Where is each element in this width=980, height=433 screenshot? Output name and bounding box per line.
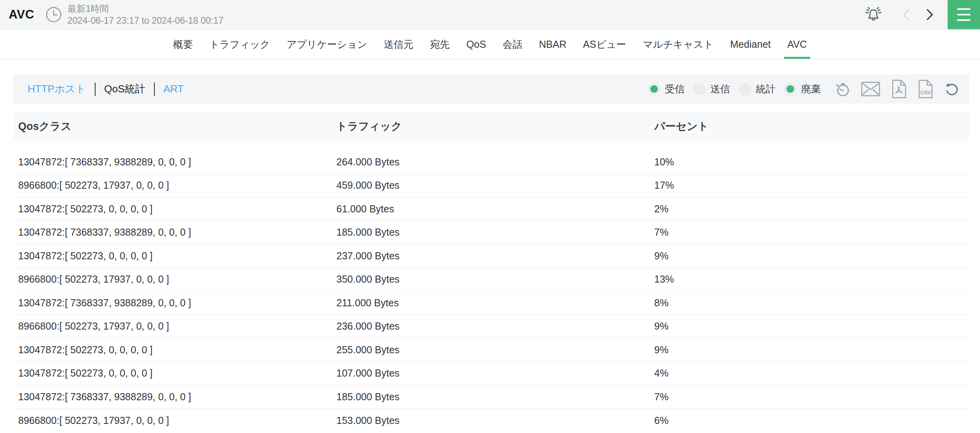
qos-class-cell: 13047872:[ 7368337, 9388289, 0, 0, 0 ] [18,227,336,238]
tab-conversation[interactable]: 会話 [494,30,531,59]
qos-class-column-header: Qosクラス [18,119,336,133]
qos-class-cell: 8966800:[ 502273, 17937, 0, 0, 0 ] [18,321,336,332]
traffic-cell: 185.000 Bytes [336,391,654,403]
time-range-value: 2024-06-17 23:17 to 2024-06-18 00:17 [68,15,223,26]
time-range-label: 最新1時間 [68,3,223,15]
top-bar-actions [864,0,980,29]
table-row: 13047872:[ 7368337, 9388289, 0, 0, 0 ]18… [13,221,969,245]
percent-cell: 13% [654,274,969,285]
hamburger-menu-button[interactable] [948,0,980,29]
table-row: 8966800:[ 502273, 17937, 0, 0, 0 ]459.00… [13,174,969,198]
metric-label: 受信 [665,82,685,96]
schedule-report-button[interactable] [834,81,851,97]
report-nav-tabs: 概要トラフィックアプリケーション送信元宛先QoS会話NBARASビューマルチキャ… [0,30,980,59]
traffic-cell: 185.000 Bytes [336,227,654,238]
email-icon [861,82,880,96]
traffic-cell: 264.000 Bytes [336,156,654,168]
view-qos-stats[interactable]: QoS統計 [104,82,145,96]
percent-cell: 9% [654,321,969,332]
metric-label: 統計 [756,82,775,96]
traffic-column-header: トラフィック [336,119,654,133]
export-pdf-button[interactable] [890,80,907,98]
view-http-host[interactable]: HTTPホスト [28,82,86,96]
metric-toggles: 受信送信統計廃棄 [648,82,821,96]
table-row: 8966800:[ 502273, 17937, 0, 0, 0 ]236.00… [13,315,969,339]
traffic-cell: 459.000 Bytes [336,180,654,191]
chevron-right-icon [921,6,937,23]
view-separator [154,82,155,96]
page-title: AVC [9,7,34,22]
percent-cell: 9% [654,344,969,356]
percent-cell: 9% [654,250,969,262]
time-period-button[interactable] [45,6,62,23]
percent-cell: 6% [654,415,969,426]
tab-destination[interactable]: 宛先 [422,30,458,59]
metric-send[interactable]: 送信 [693,82,730,96]
table-row: 13047872:[ 7368337, 9388289, 0, 0, 0 ]26… [13,150,969,174]
top-bar: AVC 最新1時間 2024-06-17 23:17 to 2024-06-18… [0,0,980,30]
next-button[interactable] [921,6,937,23]
clock-icon [45,6,62,23]
refresh-button[interactable] [943,81,960,97]
tab-source[interactable]: 送信元 [375,30,422,59]
qos-class-cell: 8966800:[ 502273, 17937, 0, 0, 0 ] [18,415,336,426]
previous-button[interactable] [899,6,915,23]
table-row: 13047872:[ 502273, 0, 0, 0, 0 ]237.000 B… [13,244,969,268]
export-csv-button[interactable]: CSV [917,80,933,98]
view-art[interactable]: ART [163,83,184,95]
tab-traffic[interactable]: トラフィック [201,30,278,59]
toolbar-right: 受信送信統計廃棄 [648,80,960,98]
qos-class-cell: 13047872:[ 502273, 0, 0, 0, 0 ] [18,250,336,262]
tab-as-view[interactable]: ASビュー [575,30,635,59]
table-row: 8966800:[ 502273, 17937, 0, 0, 0 ]153.00… [13,409,969,433]
report-toolbar: HTTPホストQoS統計ART 受信送信統計廃棄 [13,74,969,104]
email-report-button[interactable] [861,82,880,96]
radio-icon [693,83,705,95]
traffic-cell: 350.000 Bytes [336,274,654,285]
tab-qos[interactable]: QoS [458,30,494,59]
metric-label: 送信 [710,82,730,96]
radio-icon [784,83,796,95]
hamburger-icon [957,8,971,10]
tab-application[interactable]: アプリケーション [278,30,375,59]
time-range: 最新1時間 2024-06-17 23:17 to 2024-06-18 00:… [68,3,223,26]
traffic-cell: 107.000 Bytes [336,367,654,379]
traffic-cell: 255.000 Bytes [336,344,654,356]
metric-receive[interactable]: 受信 [648,82,685,96]
traffic-cell: 61.000 Bytes [336,203,654,215]
tab-nbar[interactable]: NBAR [531,30,574,59]
percent-cell: 8% [654,297,969,309]
metric-stats[interactable]: 統計 [739,82,775,96]
qos-class-cell: 8966800:[ 502273, 17937, 0, 0, 0 ] [18,180,336,191]
qos-class-cell: 13047872:[ 7368337, 9388289, 0, 0, 0 ] [18,391,336,403]
qos-class-cell: 13047872:[ 502273, 0, 0, 0, 0 ] [18,203,336,215]
qos-class-cell: 13047872:[ 502273, 0, 0, 0, 0 ] [18,344,336,356]
percent-cell: 10% [654,156,969,168]
percent-cell: 7% [654,391,969,403]
csv-export-icon: CSV [917,80,933,98]
tab-medianet[interactable]: Medianet [722,30,779,59]
tab-overview[interactable]: 概要 [165,30,201,59]
table-row: 13047872:[ 7368337, 9388289, 0, 0, 0 ]18… [13,385,969,409]
tab-avc[interactable]: AVC [779,30,815,59]
alerts-button[interactable] [864,5,883,24]
table-row: 13047872:[ 502273, 0, 0, 0, 0 ]255.000 B… [13,338,969,362]
schedule-icon [834,81,851,97]
percent-column-header: パーセント [654,119,969,133]
chevron-left-icon [899,6,915,23]
tab-multicast[interactable]: マルチキャスト [635,30,722,59]
metric-label: 廃棄 [801,82,821,96]
pdf-export-icon [890,80,907,98]
table-row: 13047872:[ 502273, 0, 0, 0, 0 ]61.000 By… [13,197,969,221]
table-row: 13047872:[ 502273, 0, 0, 0, 0 ]107.000 B… [13,362,969,386]
qos-table: 13047872:[ 7368337, 9388289, 0, 0, 0 ]26… [13,150,969,432]
metric-discard[interactable]: 廃棄 [784,82,821,96]
refresh-icon [943,81,960,97]
percent-cell: 4% [654,367,969,379]
radio-icon [648,83,660,95]
table-row: 8966800:[ 502273, 17937, 0, 0, 0 ]350.00… [13,268,969,292]
view-separator [95,82,96,96]
bell-icon [864,5,883,24]
qos-class-cell: 13047872:[ 7368337, 9388289, 0, 0, 0 ] [18,297,336,309]
avc-report-page: { "header": { "title": "AVC", "time_rang… [0,0,980,433]
